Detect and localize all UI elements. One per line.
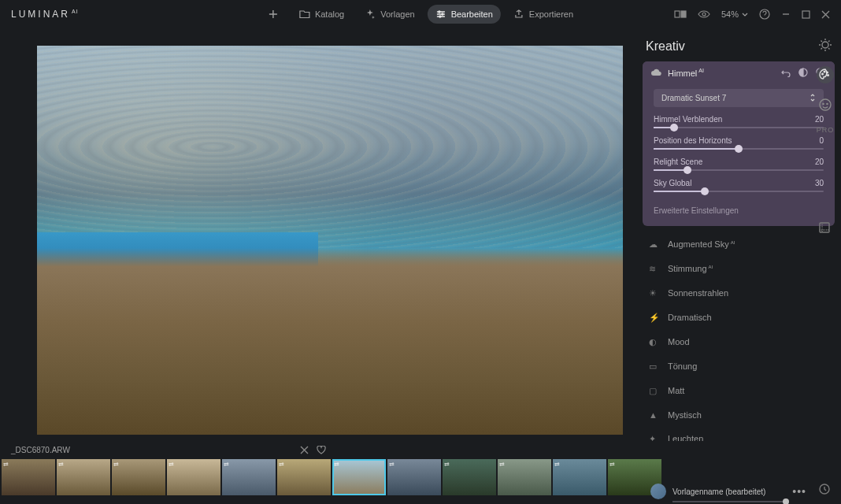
slider-label: Relight Scene: [654, 158, 702, 166]
tool-label: StimmungAI: [668, 264, 713, 273]
slider-label: Sky Global: [654, 179, 691, 187]
zoom-control[interactable]: 54%: [721, 9, 748, 19]
svg-rect-3: [675, 11, 680, 17]
nav-exportieren[interactable]: Exportieren: [506, 5, 581, 24]
app-name: LUMINAR: [11, 9, 70, 20]
filename: _DSC6870.ARW: [11, 446, 70, 454]
tool-icon: ◐: [649, 337, 660, 347]
sky-preset-dropdown[interactable]: Dramatic Sunset 7: [654, 89, 824, 107]
app-suffix: AI: [72, 9, 79, 14]
template-strength-slider[interactable]: [672, 501, 789, 502]
tool-mystisch[interactable]: ▲Mystisch: [643, 403, 835, 427]
filmstrip-thumb[interactable]: ⇄: [443, 459, 496, 495]
tool-icon: ☀: [649, 288, 660, 298]
filmstrip-thumb[interactable]: ⇄: [222, 459, 276, 495]
reject-icon[interactable]: [300, 446, 309, 454]
advanced-settings[interactable]: Erweiterte Einstellungen: [654, 200, 824, 218]
svg-point-11: [822, 42, 828, 48]
zoom-value: 54%: [721, 9, 739, 19]
svg-point-2: [439, 16, 441, 17]
undo-icon[interactable]: [781, 68, 791, 77]
tool-label: Augmented SkyAI: [668, 239, 735, 249]
tool-mood[interactable]: ◐Mood: [643, 330, 835, 354]
slider-track[interactable]: [654, 169, 824, 171]
slider-track[interactable]: [654, 127, 824, 128]
close-icon[interactable]: [821, 10, 830, 19]
edge-toolbar: PRO: [810, 28, 841, 134]
svg-point-17: [823, 103, 824, 104]
slider-track[interactable]: [654, 191, 824, 192]
filmstrip-thumb[interactable]: ⇄: [112, 459, 165, 495]
svg-rect-7: [802, 11, 810, 18]
template-menu-icon[interactable]: •••: [792, 485, 806, 498]
raw-badge: ⇄: [334, 461, 339, 468]
sliders-icon: [435, 9, 446, 20]
add-button[interactable]: [260, 5, 287, 24]
tool-label: Mystisch: [668, 410, 702, 420]
slider-himmel-verblenden: Himmel Verblenden 20: [654, 115, 824, 128]
slider-thumb[interactable]: [684, 166, 691, 174]
tool-matt[interactable]: ▢Matt: [643, 379, 835, 403]
minimize-icon[interactable]: [781, 9, 791, 19]
filmstrip-thumb[interactable]: ⇄: [57, 459, 110, 495]
tool-stimmung[interactable]: ≋StimmungAI: [643, 257, 835, 281]
portrait-tab-icon[interactable]: [817, 96, 834, 113]
tool-sonnenstrahlen[interactable]: ☀Sonnenstrahlen: [643, 281, 835, 306]
nav-katalog-label: Katalog: [315, 9, 344, 19]
history-icon[interactable]: [817, 482, 832, 496]
filmstrip-thumb[interactable]: ⇄: [387, 459, 441, 495]
pro-tab[interactable]: PRO: [817, 126, 835, 134]
creative-tab-icon[interactable]: [817, 66, 834, 83]
svg-point-18: [827, 103, 828, 104]
nav-bearbeiten[interactable]: Bearbeiten: [428, 5, 501, 24]
raw-badge: ⇄: [444, 461, 450, 468]
tool-dramatisch[interactable]: ⚡Dramatisch: [643, 306, 835, 330]
filmstrip-thumb[interactable]: ⇄: [498, 459, 551, 495]
template-thumb[interactable]: [650, 484, 666, 499]
slider-thumb[interactable]: [701, 187, 709, 195]
slider-thumb[interactable]: [670, 124, 678, 132]
svg-rect-4: [681, 11, 686, 17]
crop-tool-icon[interactable]: [817, 220, 832, 235]
filmstrip-thumb[interactable]: ⇄: [2, 459, 55, 495]
raw-badge: ⇄: [499, 461, 505, 468]
tool-label: Dramatisch: [668, 313, 712, 322]
compare-icon[interactable]: [674, 9, 687, 19]
mask-icon[interactable]: [798, 68, 808, 77]
tool-icon: ▢: [649, 386, 660, 396]
maximize-icon[interactable]: [802, 10, 810, 19]
slider-track[interactable]: [654, 148, 824, 150]
nav-right: 54%: [674, 9, 830, 20]
essentials-tab-icon[interactable]: [817, 36, 834, 54]
tool-augmented-sky[interactable]: ☁Augmented SkyAI: [643, 232, 835, 257]
tool-leuchten[interactable]: ✦Leuchten: [643, 427, 835, 441]
help-icon[interactable]: [759, 9, 770, 20]
eye-icon[interactable]: [698, 9, 710, 19]
filmstrip-thumb[interactable]: ⇄: [277, 459, 331, 495]
clouds-render: [37, 46, 623, 248]
sky-panel-body: Dramatic Sunset 7 Himmel Verblenden 20 P…: [643, 84, 835, 226]
image-canvas[interactable]: [37, 46, 623, 435]
svg-point-14: [827, 72, 828, 73]
filmstrip-thumb[interactable]: ⇄: [553, 459, 606, 495]
filmstrip-thumb[interactable]: ⇄: [332, 459, 386, 495]
rocks-render: [37, 248, 623, 435]
tool-icon: ☁: [649, 239, 660, 250]
nav-center: Katalog Vorlagen Bearbeiten Exportieren: [260, 5, 581, 24]
template-slider-thumb[interactable]: [783, 498, 789, 504]
sky-panel-title-suffix: AI: [698, 68, 704, 73]
tool-label: Mood: [668, 337, 690, 346]
nav-katalog[interactable]: Katalog: [291, 5, 352, 24]
nav-vorlagen[interactable]: Vorlagen: [357, 5, 422, 24]
raw-badge: ⇄: [279, 461, 284, 468]
slider-thumb[interactable]: [735, 145, 743, 153]
folder-icon: [299, 9, 310, 20]
slider-label: Position des Horizonts: [654, 136, 732, 145]
raw-badge: ⇄: [224, 461, 229, 468]
favorite-icon[interactable]: [317, 446, 326, 454]
filmstrip-thumb[interactable]: ⇄: [167, 459, 220, 495]
slider-relight-scene: Relight Scene 20: [654, 158, 824, 171]
sky-panel: HimmelAI Dramatic Sunset 7 Himmel Verble…: [643, 61, 835, 226]
sky-panel-header[interactable]: HimmelAI: [643, 61, 835, 84]
tool-tönung[interactable]: ▭Tönung: [643, 354, 835, 379]
